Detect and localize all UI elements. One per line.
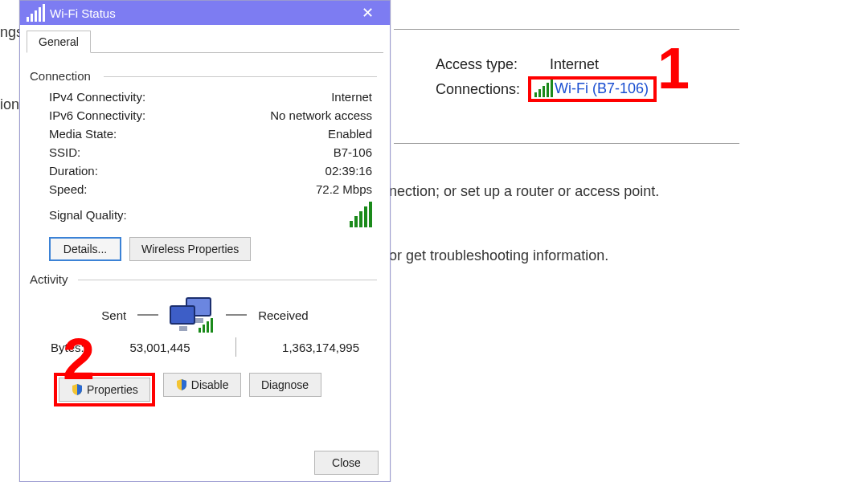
- annotation-number-1: 1: [657, 35, 690, 101]
- ipv6-value: No network access: [270, 108, 372, 122]
- bytes-sent-value: 53,001,445: [129, 341, 190, 354]
- group-connection-label: Connection: [30, 69, 372, 83]
- active-network-block: Access type: Internet Connections: Wi-Fi…: [436, 56, 657, 105]
- group-activity-label: Activity: [30, 272, 372, 286]
- signal-quality-icon: [350, 202, 372, 227]
- access-type-label: Access type:: [436, 56, 518, 73]
- bytes-received-value: 1,363,174,995: [282, 341, 359, 354]
- wifi-connection-link[interactable]: Wi-Fi (B7-106): [528, 76, 657, 102]
- divider: [394, 143, 739, 144]
- connections-label: Connections:: [436, 81, 520, 98]
- titlebar[interactable]: Wi-Fi Status ✕: [20, 1, 390, 25]
- close-button[interactable]: Close: [314, 451, 379, 475]
- divider: [394, 29, 739, 30]
- dash-icon: [137, 314, 158, 316]
- sent-label: Sent: [101, 308, 126, 322]
- media-state-value: Enabled: [328, 127, 372, 141]
- bg-text-fragment: ion: [0, 96, 19, 113]
- window-title: Wi-Fi Status: [50, 6, 351, 20]
- separator: [235, 337, 236, 357]
- wifi-signal-icon: [27, 4, 45, 22]
- ipv6-label: IPv6 Connectivity:: [49, 108, 145, 122]
- details-button[interactable]: Details...: [49, 237, 121, 261]
- speed-value: 72.2 Mbps: [316, 182, 372, 196]
- access-type-value: Internet: [550, 56, 599, 73]
- media-state-label: Media State:: [49, 127, 117, 141]
- tab-strip: General: [27, 30, 390, 52]
- annotation-number-2: 2: [63, 326, 95, 392]
- ipv4-label: IPv4 Connectivity:: [49, 90, 145, 104]
- network-activity-icon: [170, 297, 215, 333]
- duration-label: Duration:: [49, 164, 98, 178]
- bg-line: or get troubleshooting information.: [389, 247, 608, 264]
- tab-general[interactable]: General: [27, 31, 91, 53]
- received-label: Received: [258, 308, 309, 322]
- signal-quality-label: Signal Quality:: [49, 208, 350, 222]
- close-icon[interactable]: ✕: [351, 4, 383, 22]
- disable-button[interactable]: Disable: [163, 373, 241, 397]
- ssid-label: SSID:: [49, 145, 80, 159]
- wireless-properties-button[interactable]: Wireless Properties: [129, 237, 251, 261]
- disable-button-label: Disable: [191, 378, 229, 391]
- speed-label: Speed:: [49, 182, 88, 196]
- ipv4-value: Internet: [331, 90, 372, 104]
- wifi-signal-icon: [534, 80, 553, 97]
- wifi-connection-link-label: Wi-Fi (B7-106): [555, 80, 649, 97]
- shield-icon: [175, 378, 188, 391]
- ssid-value: B7-106: [334, 145, 372, 159]
- dash-icon: [226, 314, 247, 316]
- diagnose-button[interactable]: Diagnose: [249, 373, 321, 397]
- bg-line: nection; or set up a router or access po…: [389, 183, 659, 200]
- wifi-status-dialog: Wi-Fi Status ✕ General Connection IPv4 C…: [19, 0, 391, 482]
- duration-value: 02:39:16: [326, 164, 372, 178]
